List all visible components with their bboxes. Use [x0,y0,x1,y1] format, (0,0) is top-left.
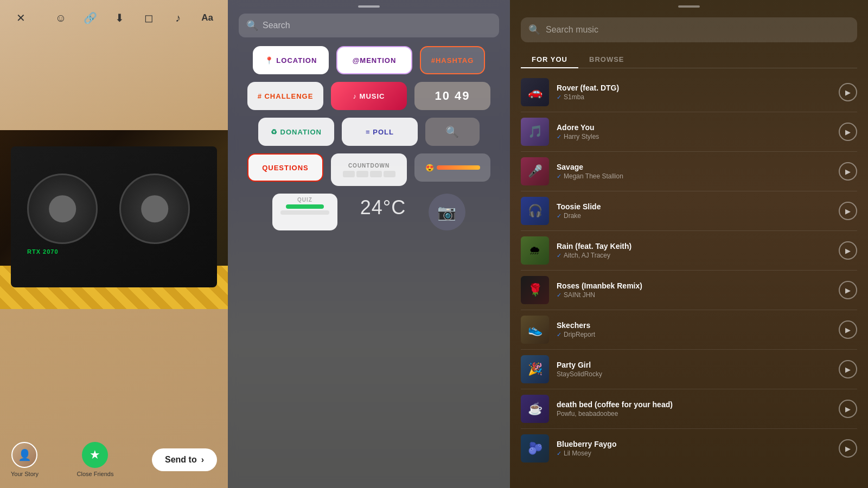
song-item-rain[interactable]: 🌧 Rain (feat. Tay Keith) ✓ Aitch, AJ Tra… [510,231,868,270]
quiz-bar-green [286,204,324,209]
sound-icon[interactable]: ♪ [168,8,188,28]
song-item-adore-you[interactable]: 🎵 Adore You ✓ Harry Styles ▶ [510,112,868,151]
hashtag-sticker[interactable]: #HASHTAG [420,46,485,74]
song-album-art-rain: 🌧 [521,236,549,265]
search-sticker[interactable]: 🔍 [425,118,480,146]
song-title-blueberry: Blueberry Faygo [557,440,831,448]
sticker-search-bar[interactable]: 🔍 [239,14,499,37]
play-button-rover[interactable]: ▶ [839,83,857,101]
your-story-label: Your Story [11,471,39,477]
song-artist-blueberry: ✓ Lil Mosey [557,450,831,457]
song-info-rover: Rover (feat. DTG) ✓ S1mba [557,84,831,101]
download-icon[interactable]: ⬇ [110,8,129,28]
song-item-roses[interactable]: 🌹 Roses (Imanbek Remix) ✓ SAINt JHN ▶ [510,271,868,310]
location-sticker-label: 📍 LOCATION [265,56,317,65]
artist-name-savage: Megan Thee Stallion [564,172,623,180]
quiz-label: QUIZ [297,197,312,203]
artist-name-roses: SAINt JHN [564,291,595,299]
song-item-toosie[interactable]: 🎧 Toosie Slide ✓ Drake ▶ [510,191,868,230]
cdown-bar-4 [384,171,395,177]
song-info-adore-you: Adore You ✓ Harry Styles [557,123,831,140]
countdown2-bars [343,171,395,177]
mention-sticker[interactable]: @MENTION [336,46,412,74]
song-artist-savage: ✓ Megan Thee Stallion [557,172,831,180]
center-panel: 🔍 📍 LOCATION @MENTION #HASHTAG # CHALLEN… [228,0,510,488]
music-sticker[interactable]: ♪ MUSIC [331,82,407,110]
sticker-grid: 📍 LOCATION @MENTION #HASHTAG # CHALLENGE… [239,46,499,477]
song-info-blueberry: Blueberry Faygo ✓ Lil Mosey [557,440,831,457]
countdown-sticker[interactable]: 10 49 [414,82,490,110]
song-info-death-bed: death bed (coffee for your head) Powfu, … [557,400,831,418]
song-item-rover[interactable]: 🚗 Rover (feat. DTG) ✓ S1mba ▶ [510,73,868,112]
play-button-rain[interactable]: ▶ [839,241,857,260]
emoji-icon[interactable]: ☺ [51,8,71,28]
send-to-button[interactable]: Send to › [152,448,217,471]
countdown-sticker-label: 10 49 [435,89,470,103]
song-item-blueberry[interactable]: 🫐 Blueberry Faygo ✓ Lil Mosey ▶ [510,429,868,468]
cdown-bar-2 [356,171,368,177]
play-button-roses[interactable]: ▶ [839,281,857,299]
song-item-death-bed[interactable]: ☕ death bed (coffee for your head) Powfu… [510,389,868,428]
close-friends-option[interactable]: ★ Close Friends [77,442,114,477]
sticker-search-input[interactable] [263,21,492,30]
song-album-art-skechers: 👟 [521,316,549,344]
music-search-bar[interactable]: 🔍 [521,17,857,42]
emoji-slider-emoji: 😍 [425,164,435,172]
text-icon[interactable]: Aa [197,8,217,28]
quiz-bar-bg [280,210,329,215]
verified-icon: ✓ [557,450,561,457]
questions-sticker[interactable]: QUESTIONS [247,153,323,182]
verified-icon: ✓ [557,331,561,338]
location-sticker[interactable]: 📍 LOCATION [253,46,329,74]
song-item-savage[interactable]: 🎤 Savage ✓ Megan Thee Stallion ▶ [510,152,868,191]
gpu-body: RTX 2070 [11,146,217,287]
countdown2-sticker[interactable]: COUNTDOWN [331,153,407,186]
link-icon[interactable]: 🔗 [80,8,100,28]
fan-right [119,174,190,244]
song-info-savage: Savage ✓ Megan Thee Stallion [557,163,831,180]
artist-name-toosie: Drake [564,212,581,220]
emoji-slider-sticker[interactable]: 😍 [414,153,490,182]
donation-sticker[interactable]: ♻ DONATION [258,118,334,146]
song-album-art-rover: 🚗 [521,78,549,106]
song-artist-skechers: ✓ DripReport [557,331,831,338]
play-button-death-bed[interactable]: ▶ [839,400,857,418]
fan-left [27,174,98,244]
music-sticker-label: ♪ MUSIC [353,92,385,100]
poll-sticker-label: ≡ POLL [366,128,394,136]
poll-sticker[interactable]: ≡ POLL [342,118,418,146]
song-item-skechers[interactable]: 👟 Skechers ✓ DripReport ▶ [510,310,868,349]
left-panel: ✕ ☺ 🔗 ⬇ ◻ ♪ Aa RTX 2070 👤 Your Story ★ C… [0,0,228,488]
temperature-value: 24°C [360,196,406,219]
artist-name-blueberry: Lil Mosey [564,450,591,457]
play-button-savage[interactable]: ▶ [839,162,857,181]
song-album-art-party-girl: 🎉 [521,355,549,383]
play-button-adore-you[interactable]: ▶ [839,123,857,141]
challenge-sticker[interactable]: # CHALLENGE [247,82,323,110]
song-title-rain: Rain (feat. Tay Keith) [557,242,831,251]
play-button-skechers[interactable]: ▶ [839,320,857,339]
music-search-icon: 🔍 [528,24,540,36]
song-info-skechers: Skechers ✓ DripReport [557,321,831,338]
temperature-sticker[interactable]: 24°C [345,194,421,222]
music-search-input[interactable] [546,25,850,35]
sticker-row-4: QUESTIONS COUNTDOWN 😍 [239,153,499,186]
toolbar-right-icons: ☺ 🔗 ⬇ ◻ ♪ Aa [51,8,217,28]
your-story-option[interactable]: 👤 Your Story [11,442,39,477]
song-item-party-girl[interactable]: 🎉 Party Girl StaySolidRocky ▶ [510,350,868,389]
song-info-toosie: Toosie Slide ✓ Drake [557,202,831,220]
tab-for-you[interactable]: FOR YOU [521,51,578,68]
sticker-row-1: 📍 LOCATION @MENTION #HASHTAG [239,46,499,74]
sticker-icon[interactable]: ◻ [139,8,158,28]
artist-name-death-bed: Powfu, beabadoobee [557,410,618,418]
song-artist-rain: ✓ Aitch, AJ Tracey [557,252,831,259]
bottom-bar: 👤 Your Story ★ Close Friends Send to › [0,431,228,488]
play-button-blueberry[interactable]: ▶ [839,439,857,458]
camera-sticker[interactable]: 📷 [429,194,465,230]
countdown2-label: COUNTDOWN [348,163,390,169]
tab-browse[interactable]: BROWSE [578,51,635,68]
quiz-sticker[interactable]: QUIZ [272,194,337,230]
play-button-party-girl[interactable]: ▶ [839,360,857,378]
close-icon[interactable]: ✕ [11,8,30,28]
play-button-toosie[interactable]: ▶ [839,202,857,220]
